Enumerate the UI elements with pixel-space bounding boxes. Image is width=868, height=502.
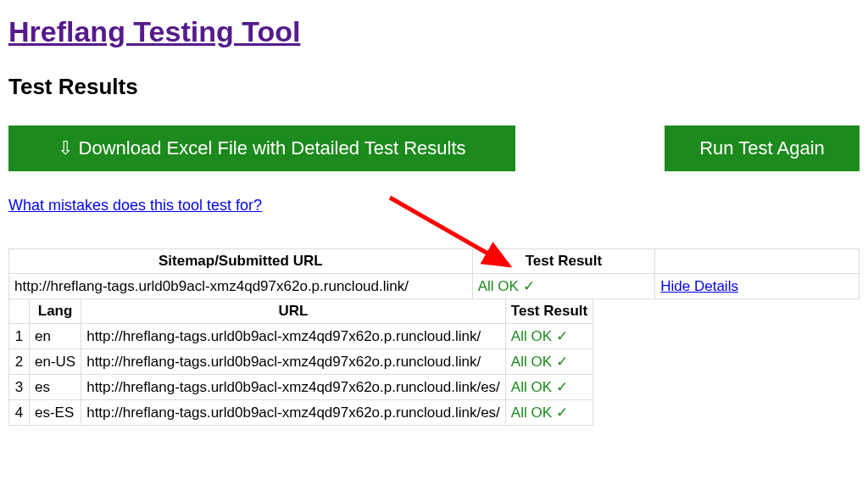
inner-row-lang: es [30, 375, 81, 400]
inner-row-idx: 1 [9, 324, 30, 349]
run-test-again-button[interactable]: Run Test Again [665, 126, 860, 171]
inner-row-idx: 4 [9, 400, 30, 426]
check-icon: ✓ [556, 328, 568, 344]
hide-details-link[interactable]: Hide Details [660, 278, 738, 294]
outer-row-actions: Hide Details [655, 274, 860, 299]
check-icon: ✓ [556, 379, 568, 395]
inner-table-row: 2en-UShttp://hreflang-tags.urld0b9acl-xm… [9, 349, 593, 375]
check-icon: ✓ [523, 278, 535, 294]
inner-row-result: All OK ✓ [505, 375, 593, 400]
inner-header-result: Test Result [505, 299, 593, 324]
inner-row-lang: en-US [30, 349, 81, 375]
download-excel-button[interactable]: ⇩ Download Excel File with Detailed Test… [8, 126, 515, 171]
inner-row-lang: en [30, 324, 81, 349]
inner-header-lang: Lang [30, 299, 81, 324]
inner-row-result: All OK ✓ [505, 400, 593, 426]
help-link[interactable]: What mistakes does this tool test for? [8, 197, 262, 214]
inner-row-url: http://hreflang-tags.urld0b9acl-xmz4qd97… [81, 324, 506, 349]
inner-row-lang: es-ES [30, 400, 81, 426]
inner-row-url: http://hreflang-tags.urld0b9acl-xmz4qd97… [81, 349, 506, 375]
inner-table-row: 3eshttp://hreflang-tags.urld0b9acl-xmz4q… [9, 375, 593, 400]
outer-row-url: http://hreflang-tags.urld0b9acl-xmz4qd97… [9, 274, 473, 299]
inner-header-idx [9, 299, 30, 324]
inner-table-row: 4es-EShttp://hreflang-tags.urld0b9acl-xm… [9, 400, 593, 426]
inner-details-table: Lang URL Test Result 1enhttp://hreflang-… [8, 298, 593, 426]
inner-row-url: http://hreflang-tags.urld0b9acl-xmz4qd97… [81, 375, 506, 400]
inner-row-result: All OK ✓ [505, 349, 593, 375]
outer-header-url: Sitemap/Submitted URL [9, 249, 473, 274]
check-icon: ✓ [556, 354, 568, 370]
outer-row-result: All OK ✓ [472, 274, 655, 299]
outer-header-result: Test Result [472, 249, 655, 274]
outer-header-actions [655, 249, 860, 274]
outer-table-row: http://hreflang-tags.urld0b9acl-xmz4qd97… [9, 274, 860, 299]
inner-row-url: http://hreflang-tags.urld0b9acl-xmz4qd97… [81, 400, 506, 426]
check-icon: ✓ [556, 404, 568, 421]
inner-table-row: 1enhttp://hreflang-tags.urld0b9acl-xmz4q… [9, 324, 593, 349]
inner-row-idx: 2 [9, 349, 30, 375]
section-title: Test Results [8, 74, 860, 100]
inner-header-url: URL [81, 299, 506, 324]
page-title-link[interactable]: Hreflang Testing Tool [8, 15, 300, 47]
outer-results-table: Sitemap/Submitted URL Test Result http:/… [8, 248, 860, 299]
inner-row-result: All OK ✓ [505, 324, 593, 349]
inner-row-idx: 3 [9, 375, 30, 400]
